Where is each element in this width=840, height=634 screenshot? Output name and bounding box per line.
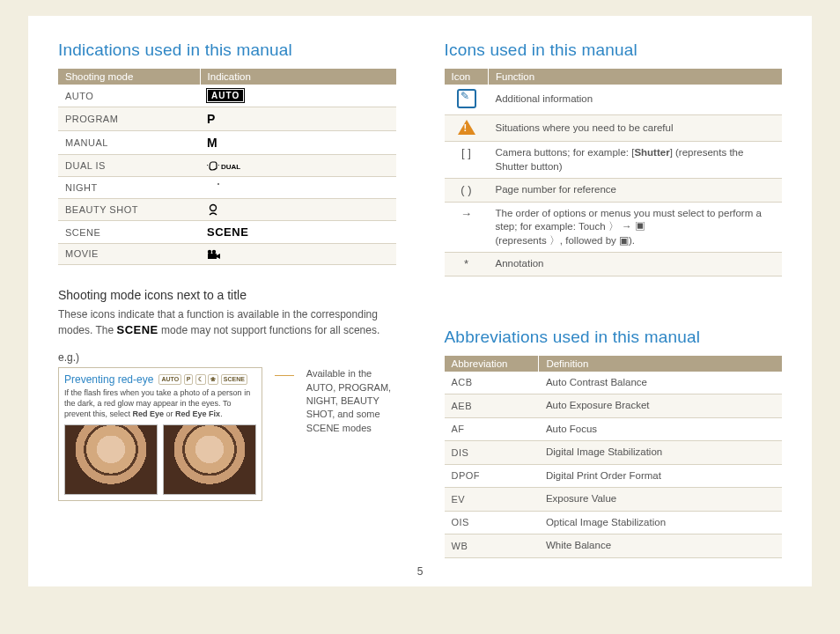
page: Indications used in this manual Shooting… <box>28 16 812 586</box>
table-row: MANUAL M <box>58 131 396 155</box>
auto-badge-icon: AUTO <box>207 89 244 102</box>
th-abbrev: Abbreviation <box>445 356 539 372</box>
table-row: AEBAuto Exposure Bracket <box>445 394 783 418</box>
table-header-row: Shooting mode Indication <box>58 69 396 85</box>
th-shooting-mode: Shooting mode <box>58 69 200 85</box>
abbrev-heading: Abbreviations used in this manual <box>445 328 783 347</box>
sub-heading: Shooting mode icons next to a title <box>58 288 396 302</box>
table-row: DUAL IS DUAL <box>58 155 396 177</box>
p-icon: P <box>207 112 215 126</box>
photo-redeye-after <box>163 424 256 495</box>
func-arrow: The order of options or menus you must s… <box>489 202 783 253</box>
svg-text:DUAL: DUAL <box>221 163 240 171</box>
eg-body-suffix: . <box>220 409 223 418</box>
func-brackets: Camera buttons; for example: [Shutter] (… <box>489 142 783 179</box>
def-aeb: Auto Exposure Bracket <box>539 394 782 418</box>
th-function: Function <box>489 69 783 85</box>
indication-movie <box>200 244 395 265</box>
th-indication: Indication <box>200 69 395 85</box>
table-row: ( ) Page number for reference <box>445 179 783 203</box>
th-icon: Icon <box>445 69 489 85</box>
abbr-aeb: AEB <box>445 394 539 418</box>
table-row: AFAuto Focus <box>445 417 783 441</box>
icons-heading: Icons used in this manual <box>445 41 783 60</box>
func-warn: Situations where you need to be careful <box>489 115 783 142</box>
table-row: [ ] Camera buttons; for example: [Shutte… <box>445 142 783 179</box>
indication-auto: AUTO <box>200 85 395 107</box>
svg-point-2 <box>208 250 211 254</box>
icons-table: Icon Function Additional information Sit… <box>445 69 783 276</box>
badge-auto: AUTO <box>158 374 181 385</box>
def-wb: White Balance <box>539 534 782 558</box>
sub-body-suffix: mode may not support functions for all s… <box>158 324 379 336</box>
right-column: Icons used in this manual Icon Function … <box>445 41 783 562</box>
table-row: MOVIE <box>58 244 396 265</box>
table-row: OISOptical Image Stabilization <box>445 511 783 534</box>
indication-program: P <box>200 107 395 131</box>
abbr-ev: EV <box>445 488 539 512</box>
abbr-af: AF <box>445 417 539 441</box>
badge-beauty: ❀ <box>208 374 218 385</box>
mode-scene: SCENE <box>58 221 200 244</box>
abbr-wb: WB <box>445 534 539 558</box>
indication-dualis: DUAL <box>200 155 395 177</box>
night-moon-icon <box>207 181 221 194</box>
abbr-ois: OIS <box>445 511 539 534</box>
def-af: Auto Focus <box>539 417 782 441</box>
table-row: SCENE SCENE <box>58 221 396 244</box>
abbr-dpof: DPOF <box>445 464 539 488</box>
arrow-suffix: (represents 〉, followed by ▣). <box>496 235 636 246</box>
example-title: Preventing red-eye <box>64 373 153 386</box>
eg-body-mid: or <box>164 409 175 418</box>
svg-point-1 <box>210 205 217 211</box>
svg-point-3 <box>212 250 216 254</box>
table-row: DPOFDigital Print Order Format <box>445 464 783 488</box>
badge-scene: SCENE <box>221 374 247 385</box>
func-parens: Page number for reference <box>489 179 783 203</box>
asterisk-icon: * <box>445 253 489 276</box>
indication-scene: SCENE <box>200 221 395 244</box>
def-acb: Auto Contrast Balance <box>539 372 782 394</box>
eg-body-bold1: Red Eye <box>133 409 165 418</box>
table-row: EVExposure Value <box>445 488 783 512</box>
icon-cell-warn <box>445 115 489 142</box>
example-body: If the flash fires when you take a photo… <box>64 388 256 419</box>
brackets-prefix: Camera buttons; for example: [ <box>496 147 635 158</box>
example-photos <box>64 424 256 495</box>
mode-night: NIGHT <box>58 177 200 199</box>
example-badges: AUTO P ☾ ❀ SCENE <box>158 374 247 385</box>
mode-auto: AUTO <box>58 85 200 107</box>
movie-camera-icon <box>207 249 221 260</box>
m-icon: M <box>207 136 217 150</box>
sub-body: These icons indicate that a function is … <box>58 307 396 339</box>
svg-rect-4 <box>208 254 217 259</box>
th-definition: Definition <box>539 356 782 372</box>
indications-heading: Indications used in this manual <box>58 41 396 60</box>
left-column: Indications used in this manual Shooting… <box>58 41 396 562</box>
abbr-dis: DIS <box>445 441 539 465</box>
table-row: → The order of options or menus you must… <box>445 202 783 253</box>
table-row: WBWhite Balance <box>445 534 783 558</box>
indications-table: Shooting mode Indication AUTO AUTO PROGR… <box>58 69 396 265</box>
mode-manual: MANUAL <box>58 131 200 155</box>
mode-dualis: DUAL IS <box>58 155 200 177</box>
brackets-bold: Shutter <box>634 147 669 158</box>
table-row: PROGRAM P <box>58 107 396 131</box>
def-dis: Digital Image Stabilization <box>539 441 782 465</box>
mode-program: PROGRAM <box>58 107 200 131</box>
photo-redeye-before <box>64 424 158 495</box>
table-row: AUTO AUTO <box>58 85 396 107</box>
note-icon <box>457 89 476 108</box>
icon-cell-note <box>445 85 489 115</box>
mode-beauty: BEAUTY SHOT <box>58 199 200 221</box>
mode-movie: MOVIE <box>58 244 200 265</box>
table-row: * Annotation <box>445 253 783 276</box>
example-header: Preventing red-eye AUTO P ☾ ❀ SCENE <box>64 373 256 386</box>
badge-night: ☾ <box>195 374 206 385</box>
abbr-acb: ACB <box>445 372 539 394</box>
scene-text-icon: SCENE <box>207 225 248 239</box>
func-annotation: Annotation <box>489 253 783 276</box>
eg-label: e.g.) <box>58 351 396 364</box>
table-header-row: Icon Function <box>445 69 783 85</box>
table-row: BEAUTY SHOT <box>58 199 396 221</box>
